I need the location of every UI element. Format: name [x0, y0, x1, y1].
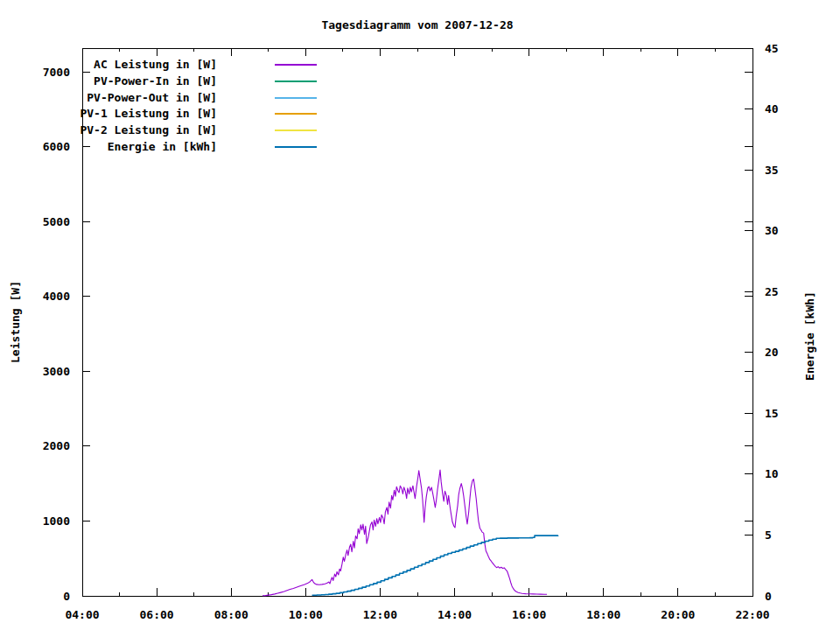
y-left-tick-label: 4000 — [43, 290, 70, 303]
x-tick-label: 08:00 — [214, 608, 248, 621]
legend-item: Energie in [kWh] — [0, 140, 317, 154]
y-right-tick-label: 25 — [765, 285, 779, 298]
y-right-tick-label: 30 — [765, 224, 779, 237]
series-line-0 — [262, 470, 547, 596]
legend-line-sample — [275, 64, 317, 66]
x-tick-label: 04:00 — [65, 608, 99, 621]
legend-item: PV-Power-In in [W] — [0, 74, 317, 88]
x-tick-label: 10:00 — [289, 608, 323, 621]
y-right-tick-label: 10 — [765, 467, 779, 480]
legend-item: PV-Power-Out in [W] — [0, 91, 317, 105]
legend-item: PV-1 Leistung in [W] — [0, 107, 317, 121]
legend-line-sample — [275, 97, 317, 99]
x-tick-label: 20:00 — [661, 608, 695, 621]
y-right-tick-label: 5 — [765, 528, 772, 542]
x-tick-label: 12:00 — [363, 608, 397, 621]
y-right-tick-label: 20 — [765, 346, 779, 359]
legend-item: PV-2 Leistung in [W] — [0, 123, 317, 137]
legend-line-sample — [275, 130, 317, 131]
y-right-tick-label: 0 — [765, 590, 772, 603]
y-left-tick-label: 5000 — [43, 215, 70, 228]
y-right-tick-label: 15 — [765, 407, 779, 420]
series-line-5 — [312, 536, 558, 595]
x-tick-label: 22:00 — [735, 608, 769, 621]
legend-label: AC Leistung in [W] — [0, 58, 217, 72]
y-left-tick-label: 2000 — [43, 439, 70, 452]
x-tick-label: 18:00 — [586, 608, 620, 621]
y-left-tick-label: 1000 — [43, 514, 70, 528]
y-left-tick-label: 0 — [63, 590, 70, 603]
legend-label: PV-2 Leistung in [W] — [0, 123, 217, 137]
gnuplot-chart: Tagesdiagramm vom 2007-12-28 Leistung [W… — [0, 0, 840, 630]
legend-label: PV-1 Leistung in [W] — [0, 107, 217, 121]
x-tick-label: 14:00 — [438, 608, 472, 621]
y-right-tick-label: 40 — [765, 102, 779, 116]
legend-item: AC Leistung in [W] — [0, 58, 317, 72]
legend-label: Energie in [kWh] — [0, 140, 217, 154]
x-tick-label: 16:00 — [512, 608, 546, 621]
legend-line-sample — [275, 146, 317, 148]
legend-line-sample — [275, 113, 317, 115]
x-tick-label: 06:00 — [140, 608, 174, 621]
y-right-tick-label: 35 — [765, 164, 779, 177]
legend-label: PV-Power-In in [W] — [0, 74, 217, 88]
legend-label: PV-Power-Out in [W] — [0, 91, 217, 105]
y-right-tick-label: 45 — [765, 42, 779, 55]
legend-line-sample — [275, 80, 317, 82]
y-left-tick-label: 3000 — [43, 365, 70, 378]
